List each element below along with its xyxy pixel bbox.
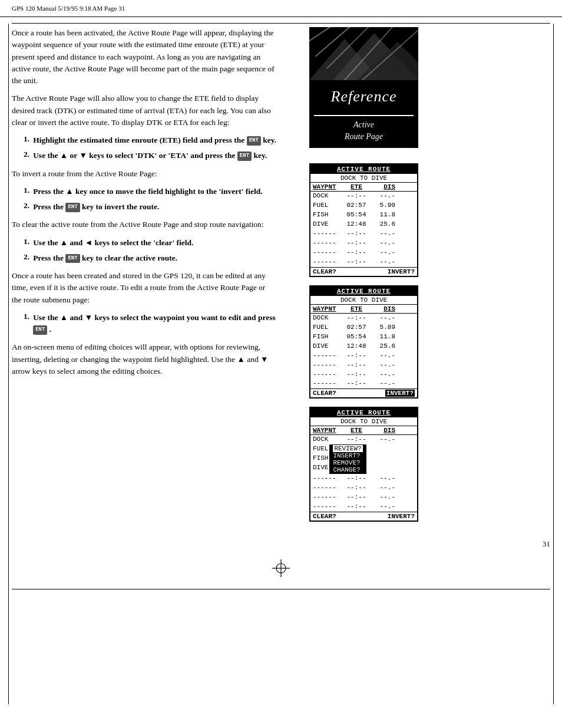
page-header: GPS 120 Manual 5/19/95 9:18 AM Page 31 [0, 0, 562, 17]
reference-section: Reference Active Route Page [309, 27, 418, 156]
gps-row: FUEL [313, 444, 328, 454]
row-dis: 11.8 [369, 210, 395, 220]
gps-row: DIVE [313, 463, 328, 473]
row-dis: --.- [369, 314, 395, 323]
gps-row: DOCK--:----.- [310, 314, 417, 323]
row-ete: --:-- [343, 361, 369, 370]
left-rows: FUELFISHDIVE [313, 444, 328, 474]
steps-edit: 1. Use the ▲ and ▼ keys to select the wa… [24, 312, 277, 336]
svg-line-4 [309, 27, 339, 45]
bottom-crosshair [0, 559, 562, 577]
step-1d-content: Use the ▲ and ▼ keys to select the waypo… [33, 312, 277, 336]
screen2-footer-left: CLEAR? [313, 390, 336, 397]
step-2a-num: 2. [24, 150, 29, 162]
step-1a-text: Highlight the estimated time enroute (ET… [33, 136, 244, 144]
step-1b-num: 1. [24, 186, 29, 197]
ent-key-5: ENT [33, 325, 47, 335]
row-waypnt: FUEL [313, 201, 343, 210]
gps-row: FUEL02:575.90 [310, 201, 417, 210]
row-ete: --:-- [343, 192, 369, 201]
screen1-title: ACTIVE ROUTE [310, 164, 417, 174]
stripe-graphic [309, 27, 418, 80]
gps-screen-3: ACTIVE ROUTE DOCK TO DIVE WAYPNT ETE DIS… [309, 407, 418, 522]
ent-key-3: ENT [65, 203, 80, 212]
route-label-box: Active Route Page [309, 111, 418, 148]
row-ete: 05:54 [343, 210, 369, 220]
gps-dashed-row: --------:----.- [310, 502, 417, 512]
gps-row: DIVE12:4825.6 [310, 342, 417, 351]
step-2a: 2. Use the ▲ or ▼ keys to select 'DTK' o… [24, 150, 277, 162]
row-dis: --.- [369, 379, 395, 388]
ent-key-1: ENT [247, 136, 261, 146]
screen2-header: WAYPNT ETE DIS [310, 305, 417, 314]
step-1d-text: Use the ▲ and ▼ keys to select the waypo… [33, 313, 276, 322]
para3: To invert a route from the Active Route … [12, 168, 277, 180]
step-1a-content: Highlight the estimated time enroute (ET… [33, 134, 276, 146]
screen3-title: ACTIVE ROUTE [310, 408, 417, 417]
screen1-footer-left: CLEAR? [313, 268, 336, 275]
row-waypnt: DIVE [313, 220, 343, 229]
gps-screen-1: ACTIVE ROUTE DOCK TO DIVE WAYPNT ETE DIS… [309, 163, 418, 277]
para4: To clear the active route from the Activ… [12, 219, 277, 230]
row-waypnt: ------ [313, 379, 343, 388]
screen2-rows: DOCK--:----.-FUEL02:575.89FISH05:5411.8D… [310, 314, 417, 389]
stripe-svg [309, 27, 418, 80]
screen3-dashed: --------:----.---------:----.---------:-… [310, 474, 417, 512]
step-1b: 1. Press the ▲ key once to move the fiel… [24, 186, 277, 197]
header-waypnt-2: WAYPNT [313, 305, 343, 312]
row-ete: --:-- [343, 258, 369, 267]
row-ete: --:-- [343, 248, 369, 258]
row-ete: --:-- [343, 314, 369, 323]
para2: The Active Route Page will also allow yo… [12, 93, 277, 129]
screen2-footer: CLEAR? INVERT? [310, 388, 417, 397]
step-2a-text: Use the ▲ or ▼ keys to select 'DTK' or '… [33, 151, 235, 160]
row-ete: --:-- [343, 239, 369, 248]
gps-row: FISH05:5411.8 [310, 332, 417, 342]
step-1a: 1. Highlight the estimated time enroute … [24, 134, 277, 146]
menu-item: CHANGE? [333, 466, 362, 473]
header-waypnt-3: WAYPNT [313, 427, 343, 434]
top-rule [12, 23, 550, 24]
row-dis: --.- [369, 370, 395, 380]
row-dis: 5.90 [369, 201, 395, 210]
route-label: Active Route Page [314, 119, 414, 142]
reference-box: Reference [309, 80, 418, 111]
step-2b-content: Press the ENT key to invert the route. [33, 201, 159, 213]
para6: An on-screen menu of editing choices wil… [12, 341, 277, 377]
header-text: GPS 120 Manual 5/19/95 9:18 AM Page 31 [12, 5, 125, 12]
step-2b-text2: key to invert the route. [82, 202, 159, 211]
row-waypnt: ------ [313, 361, 343, 370]
row-ete: --:-- [343, 229, 369, 239]
screen2-footer-right: INVERT? [385, 390, 415, 397]
screen1-footer-right: INVERT? [388, 268, 415, 275]
step-2b: 2. Press the ENT key to invert the route… [24, 201, 277, 213]
gps-row: DIVE12:4825.6 [310, 220, 417, 229]
menu-item: REMOVE? [333, 459, 362, 466]
bottom-rule [12, 589, 550, 589]
row-dis: --.- [369, 351, 395, 361]
gps-dashed-row: --------:----.- [310, 474, 417, 483]
row-dis: --.- [369, 435, 395, 444]
steps-clear: 1. Use the ▲ and ◄ keys to select the 'c… [24, 237, 277, 265]
step-1c: 1. Use the ▲ and ◄ keys to select the 'c… [24, 237, 277, 249]
row-waypnt: ------ [313, 239, 343, 248]
gps-dashed-row: --------:----.- [310, 493, 417, 502]
gps-row: --------:----.- [310, 258, 417, 267]
step-2c-text: Press the [33, 253, 64, 262]
menu-area: FUELFISHDIVEREVIEW?INSERT?REMOVE?CHANGE? [310, 444, 417, 474]
row-waypnt: ------ [313, 351, 343, 361]
menu-item: INSERT? [333, 452, 362, 459]
row-waypnt: FUEL [313, 323, 343, 332]
screen1-header: WAYPNT ETE DIS [310, 183, 417, 192]
row-ete: 02:57 [343, 201, 369, 210]
step-2c-text2: key to clear the active route. [82, 253, 177, 262]
step-2a-content: Use the ▲ or ▼ keys to select 'DTK' or '… [33, 150, 267, 162]
row-waypnt: DOCK [313, 435, 343, 444]
header-dis-2: DIS [369, 305, 395, 312]
row-dis: --.- [369, 361, 395, 370]
row-waypnt: ------ [313, 229, 343, 239]
screen1-subtitle: DOCK TO DIVE [310, 174, 417, 183]
screen3-header: WAYPNT ETE DIS [310, 426, 417, 435]
gps-row: FUEL02:575.89 [310, 323, 417, 332]
row-ete: 05:54 [343, 332, 369, 342]
